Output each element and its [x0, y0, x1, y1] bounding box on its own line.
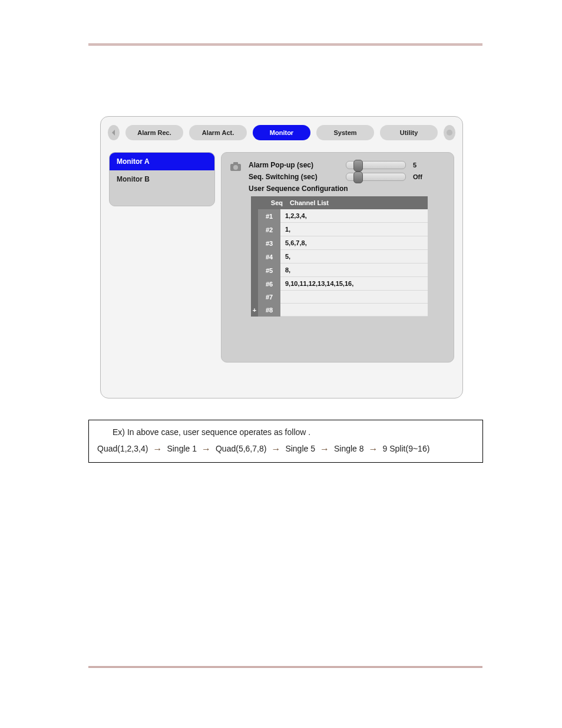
- tab-bar: Alarm Rec. Alarm Act. Monitor System Uti…: [108, 125, 455, 140]
- nav-next-button[interactable]: [444, 125, 455, 140]
- info-line-1: Ex) In above case, user sequence operate…: [97, 426, 474, 439]
- table-row[interactable]: #21,: [251, 223, 428, 236]
- seq-index: #3: [258, 236, 280, 250]
- slider-thumb[interactable]: [353, 172, 363, 183]
- nav-prev-button[interactable]: [108, 125, 120, 140]
- info-box: Ex) In above case, user sequence operate…: [88, 420, 483, 463]
- tab-utility[interactable]: Utility: [380, 125, 438, 140]
- row-seq-switching: Seq. Switching (sec) Off: [249, 173, 443, 181]
- label-alarm-popup: Alarm Pop-up (sec): [249, 161, 346, 169]
- value-seq-switching: Off: [413, 173, 428, 180]
- seq-step: 9 Split(9~16): [383, 443, 430, 456]
- tab-alarm-act[interactable]: Alarm Act.: [189, 125, 247, 140]
- arrow-right-icon: →: [366, 444, 381, 454]
- tab-monitor[interactable]: Monitor: [253, 125, 310, 140]
- seq-step: Single 5: [285, 443, 315, 456]
- svg-point-4: [233, 165, 238, 170]
- chevron-right-icon: [446, 129, 453, 136]
- header-rule: [88, 44, 482, 45]
- slider-thumb[interactable]: [353, 160, 363, 172]
- slider-seq-switching[interactable]: [346, 173, 406, 181]
- heading-user-sequence: User Sequence Configuration: [249, 185, 443, 193]
- channel-list-value: 9,10,11,12,13,14,15,16,: [280, 277, 428, 291]
- svg-marker-0: [112, 130, 115, 136]
- channel-list-value: 1,: [280, 223, 428, 236]
- tab-alarm-rec[interactable]: Alarm Rec.: [125, 125, 183, 140]
- arrow-right-icon: →: [269, 444, 283, 454]
- seq-index: #4: [258, 250, 280, 263]
- expand-icon: [251, 291, 258, 304]
- table-row[interactable]: +#8: [251, 304, 428, 317]
- seq-index: #1: [258, 209, 280, 223]
- info-line1-rest: In above case, user sequence operates as…: [125, 427, 310, 437]
- table-row[interactable]: #11,2,3,4,: [251, 209, 428, 223]
- channel-list-value: 5,: [280, 250, 428, 263]
- table-header-row: Seq Channel List: [251, 196, 428, 209]
- channel-list-value: 1,2,3,4,: [280, 209, 428, 223]
- arrow-right-icon: →: [150, 444, 164, 454]
- expand-icon: [251, 209, 258, 223]
- sidebar: Monitor A Monitor B: [109, 152, 215, 206]
- table-row[interactable]: #35,6,7,8,: [251, 236, 428, 250]
- expand-icon: [251, 277, 258, 291]
- camera-icon: [230, 161, 242, 172]
- seq-index: #7: [258, 291, 280, 304]
- channel-list-value: 5,6,7,8,: [280, 236, 428, 250]
- expand-icon: [251, 263, 258, 277]
- table-row[interactable]: #58,: [251, 263, 428, 277]
- info-sequence: Quad(1,2,3,4)→Single 1→Quad(5,6,7,8)→Sin…: [97, 443, 474, 456]
- seq-step: Single 1: [167, 443, 197, 456]
- table-row[interactable]: #7: [251, 291, 428, 304]
- col-channel-list: Channel List: [285, 196, 428, 209]
- tab-system[interactable]: System: [316, 125, 374, 140]
- expand-icon: [251, 236, 258, 250]
- svg-point-1: [447, 130, 452, 136]
- slider-alarm-popup[interactable]: [346, 161, 406, 169]
- seq-step: Single 8: [334, 443, 364, 456]
- seq-step: Quad(5,6,7,8): [216, 443, 266, 456]
- seq-index: #2: [258, 223, 280, 236]
- sidebar-item-monitor-b[interactable]: Monitor B: [110, 170, 214, 188]
- expand-icon: [251, 250, 258, 263]
- seq-index: #8: [258, 304, 280, 317]
- expand-icon[interactable]: +: [251, 304, 258, 317]
- channel-list-value: [280, 304, 428, 317]
- screenshot-panel: Alarm Rec. Alarm Act. Monitor System Uti…: [100, 116, 463, 398]
- sidebar-item-monitor-a[interactable]: Monitor A: [110, 153, 214, 170]
- seq-index: #6: [258, 277, 280, 291]
- expand-icon: [251, 223, 258, 236]
- value-alarm-popup: 5: [413, 162, 428, 169]
- channel-list-value: [280, 291, 428, 304]
- footer-rule: [88, 666, 482, 668]
- label-seq-switching: Seq. Switching (sec): [249, 173, 346, 181]
- sequence-table: Seq Channel List #11,2,3,4,#21,#35,6,7,8…: [251, 196, 428, 317]
- info-lead: Ex): [113, 427, 125, 437]
- table-row[interactable]: #69,10,11,12,13,14,15,16,: [251, 277, 428, 291]
- row-alarm-popup: Alarm Pop-up (sec) 5: [249, 161, 443, 169]
- svg-rect-3: [233, 162, 238, 164]
- table-row[interactable]: #45,: [251, 250, 428, 263]
- arrow-right-icon: →: [318, 444, 332, 454]
- col-seq: Seq: [251, 196, 285, 209]
- seq-index: #5: [258, 263, 280, 277]
- seq-step: Quad(1,2,3,4): [97, 443, 148, 456]
- arrow-right-icon: →: [199, 444, 213, 454]
- chevron-left-icon: [110, 129, 117, 136]
- main-panel: Alarm Pop-up (sec) 5 Seq. Switching (sec…: [221, 152, 454, 363]
- channel-list-value: 8,: [280, 263, 428, 277]
